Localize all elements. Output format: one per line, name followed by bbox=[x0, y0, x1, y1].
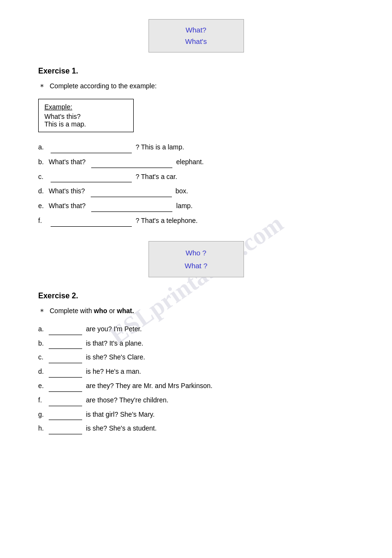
ex2-label-c: c. bbox=[38, 352, 49, 363]
item-d-prefix: What's this? bbox=[49, 187, 87, 195]
item-c-label: c. bbox=[38, 171, 49, 183]
ex2-label-b: b. bbox=[38, 338, 49, 349]
ex2-item-e: e. are they? They are Mr. and Mrs Parkin… bbox=[38, 380, 354, 392]
ex2-text-a: are you? I'm Peter. bbox=[86, 325, 142, 333]
item-d-label: d. bbox=[38, 186, 49, 197]
exercise1-title: Exercise 1. bbox=[38, 67, 354, 75]
ex2-item-a: a. are you? I'm Peter. bbox=[38, 324, 354, 335]
ex2-item-g: g. is that girl? She's Mary. bbox=[38, 409, 354, 421]
bold-who: who bbox=[94, 307, 107, 315]
item-f-label: f. bbox=[38, 215, 49, 227]
exercise1-item-e: e. What's that? lamp. bbox=[38, 200, 354, 212]
ex2-label-g: g. bbox=[38, 409, 49, 421]
header-line2: What's bbox=[159, 36, 234, 47]
ex2-text-b: is that? It's a plane. bbox=[86, 339, 143, 347]
blank-a[interactable] bbox=[51, 147, 132, 153]
ex2-text-c: is she? She's Clare. bbox=[86, 353, 145, 361]
item-d-suffix: box. bbox=[175, 187, 188, 195]
exercise1-item-c: c. ? That's a car. bbox=[38, 171, 354, 183]
ex2-item-b: b. is that? It's a plane. bbox=[38, 338, 354, 349]
blank-b[interactable] bbox=[91, 161, 172, 168]
blank-ex2-b[interactable] bbox=[49, 342, 82, 349]
header-title-box: What? What's bbox=[148, 19, 244, 53]
exercise2-section: Exercise 2. ＊ Complete with who or what.… bbox=[38, 292, 354, 434]
blank-ex2-d[interactable] bbox=[49, 371, 82, 378]
item-b-suffix: elephant. bbox=[176, 158, 204, 166]
item-e-prefix: What's that? bbox=[49, 202, 87, 210]
exercise2-instruction-text: Complete with who or what. bbox=[50, 307, 134, 315]
item-a-text: ? This is a lamp. bbox=[136, 143, 184, 151]
ex2-label-e: e. bbox=[38, 380, 49, 392]
item-c-text: ? That's a car. bbox=[136, 173, 177, 180]
bold-what: what. bbox=[117, 307, 134, 315]
blank-ex2-a[interactable] bbox=[49, 328, 82, 335]
who-what-line1: Who ? bbox=[159, 246, 234, 259]
example-line1: What's this? bbox=[44, 113, 81, 120]
exercise1-instruction-text: Complete according to the example: bbox=[50, 82, 157, 90]
item-b-prefix: What's that? bbox=[49, 158, 87, 166]
item-b-label: b. bbox=[38, 157, 49, 168]
who-what-line2: What ? bbox=[159, 259, 234, 272]
ex2-text-d: is he? He's a man. bbox=[86, 368, 141, 375]
ex2-label-d: d. bbox=[38, 366, 49, 378]
blank-ex2-c[interactable] bbox=[49, 357, 82, 363]
ex2-item-c: c. is she? She's Clare. bbox=[38, 352, 354, 363]
exercise2-title: Exercise 2. bbox=[38, 292, 354, 300]
ex2-item-h: h. is she? She's a student. bbox=[38, 423, 354, 434]
exercise1-item-f: f. ? That's a telephone. bbox=[38, 215, 354, 227]
bullet-star-2: ＊ bbox=[38, 307, 46, 317]
ex2-text-f: are those? They're children. bbox=[86, 396, 169, 404]
exercise1-instruction: ＊ Complete according to the example: bbox=[38, 82, 354, 92]
item-e-suffix: lamp. bbox=[176, 202, 192, 210]
example-line2: This is a map. bbox=[44, 120, 86, 128]
ex2-label-f: f. bbox=[38, 395, 49, 406]
exercise2-list: a. are you? I'm Peter. b. is that? It's … bbox=[38, 324, 354, 434]
ex2-label-a: a. bbox=[38, 324, 49, 335]
exercise1-item-a: a. ? This is a lamp. bbox=[38, 142, 354, 153]
ex2-item-d: d. is he? He's a man. bbox=[38, 366, 354, 378]
ex2-item-f: f. are those? They're children. bbox=[38, 395, 354, 406]
blank-f[interactable] bbox=[51, 220, 132, 227]
example-title: Example: bbox=[44, 103, 127, 111]
ex2-label-h: h. bbox=[38, 423, 49, 434]
who-what-box: Who ? What ? bbox=[148, 241, 244, 277]
blank-ex2-h[interactable] bbox=[49, 428, 82, 434]
blank-c[interactable] bbox=[51, 176, 132, 182]
example-box: Example: What's this? This is a map. bbox=[38, 99, 134, 132]
exercise1-item-d: d. What's this? box. bbox=[38, 186, 354, 197]
exercise1-item-b: b. What's that? elephant. bbox=[38, 157, 354, 168]
item-e-label: e. bbox=[38, 200, 49, 212]
exercise1-list: a. ? This is a lamp. b. What's that? ele… bbox=[38, 142, 354, 227]
item-f-text: ? That's a telephone. bbox=[136, 217, 198, 224]
ex2-text-e: are they? They are Mr. and Mrs Parkinson… bbox=[86, 382, 212, 390]
blank-e[interactable] bbox=[91, 205, 172, 212]
header-line1: What? bbox=[159, 24, 234, 36]
bullet-star: ＊ bbox=[38, 82, 46, 92]
blank-ex2-g[interactable] bbox=[49, 413, 82, 420]
item-a-label: a. bbox=[38, 142, 49, 153]
blank-ex2-f[interactable] bbox=[49, 400, 82, 406]
ex2-text-h: is she? She's a student. bbox=[86, 424, 157, 432]
blank-ex2-e[interactable] bbox=[49, 385, 82, 392]
exercise2-instruction: ＊ Complete with who or what. bbox=[38, 307, 354, 317]
exercise1-section: Exercise 1. ＊ Complete according to the … bbox=[38, 67, 354, 227]
blank-d[interactable] bbox=[91, 190, 172, 197]
ex2-text-g: is that girl? She's Mary. bbox=[86, 411, 155, 418]
